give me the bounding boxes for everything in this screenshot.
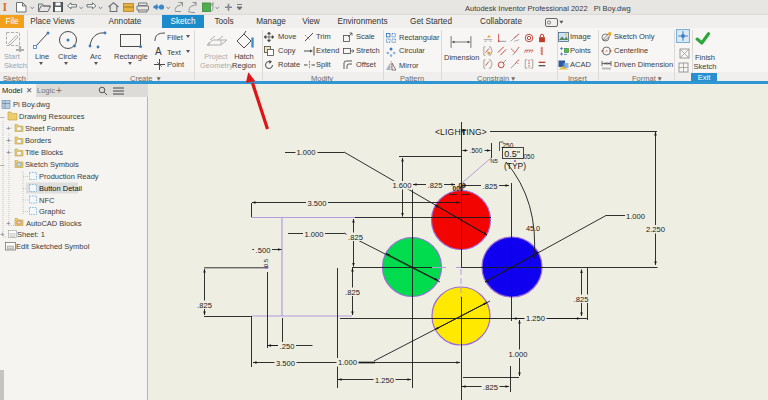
svg-text:N5: N5 <box>490 158 498 164</box>
svg-text:1.250: 1.250 <box>526 314 545 323</box>
svg-text:Title Blocks: Title Blocks <box>25 148 63 157</box>
svg-text:+: + <box>6 124 11 133</box>
svg-text:Sheet Formats: Sheet Formats <box>25 124 74 133</box>
svg-text:0.5": 0.5" <box>504 149 520 159</box>
svg-text:Sketch Symbols: Sketch Symbols <box>25 160 79 169</box>
svg-text:.825: .825 <box>483 182 498 191</box>
svg-text:NFC: NFC <box>39 196 55 205</box>
svg-text:.825: .825 <box>345 288 360 297</box>
svg-text:Borders: Borders <box>25 136 52 145</box>
svg-text:1.250: 1.250 <box>375 376 394 385</box>
svg-text:0.5: 0.5 <box>263 258 269 267</box>
svg-text:3.500: 3.500 <box>276 359 295 368</box>
svg-text:Graphic: Graphic <box>39 207 66 216</box>
svg-text:3.500: 3.500 <box>307 199 326 208</box>
svg-text:.825: .825 <box>428 181 443 190</box>
svg-text:1.000: 1.000 <box>626 212 645 221</box>
svg-text:1.600: 1.600 <box>392 181 411 190</box>
svg-text:Production Ready: Production Ready <box>39 172 99 181</box>
svg-text:+: + <box>6 136 11 145</box>
svg-text:.825: .825 <box>574 295 589 304</box>
svg-text:45.0: 45.0 <box>526 224 540 233</box>
svg-text:1.000: 1.000 <box>304 230 323 239</box>
svg-text:2.250: 2.250 <box>646 225 665 234</box>
svg-text:T: T <box>462 128 467 137</box>
svg-text:(TYP): (TYP) <box>504 161 526 171</box>
svg-text:+: + <box>6 148 11 157</box>
svg-text:.825: .825 <box>348 233 363 242</box>
svg-text:1.000: 1.000 <box>338 358 357 367</box>
svg-text:1.000: 1.000 <box>296 148 315 157</box>
svg-text:Edit Sketched Symbol: Edit Sketched Symbol <box>16 242 90 251</box>
svg-text:Sheet: 1: Sheet: 1 <box>17 230 45 239</box>
svg-text:.250: .250 <box>280 342 295 351</box>
svg-text:AutoCAD Blocks: AutoCAD Blocks <box>26 219 82 228</box>
svg-text:Button Detail: Button Detail <box>39 184 82 193</box>
svg-text:.825: .825 <box>197 301 212 310</box>
svg-text:Pi Boy.dwg: Pi Boy.dwg <box>13 100 50 109</box>
svg-text:–: – <box>0 112 5 121</box>
svg-text:+: + <box>0 230 5 239</box>
svg-text:.825: .825 <box>483 383 498 392</box>
svg-text:.500: .500 <box>470 147 483 154</box>
svg-text:I: I <box>3 0 8 14</box>
svg-text:Drawing Resources: Drawing Resources <box>19 112 85 121</box>
svg-text:+: + <box>6 219 11 228</box>
svg-text:00: 00 <box>458 182 466 189</box>
svg-text:1.000: 1.000 <box>508 350 527 359</box>
svg-text:–: – <box>0 160 5 169</box>
svg-text:.500: .500 <box>256 246 271 255</box>
svg-text:.050: .050 <box>522 153 535 160</box>
